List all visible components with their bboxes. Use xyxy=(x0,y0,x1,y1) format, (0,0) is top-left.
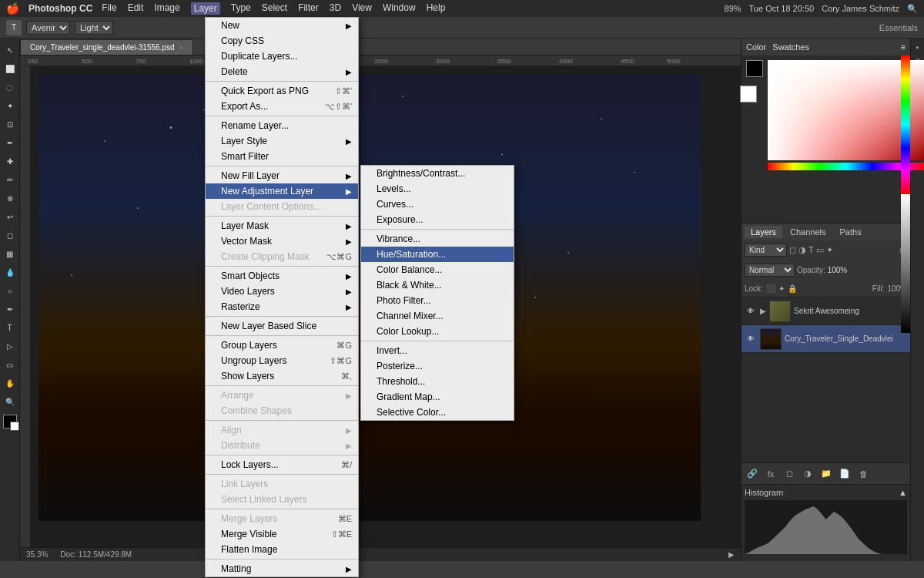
layer-item-2[interactable]: 👁 Cory_Traveler_Single_Deadvlei xyxy=(742,325,910,353)
lock-pos-icon[interactable]: ✦ xyxy=(778,284,785,293)
menu-copy-css[interactable]: Copy CSS xyxy=(206,33,358,49)
filter-shape-icon[interactable]: ▭ xyxy=(816,245,824,255)
font-style-select[interactable]: Light xyxy=(75,21,113,35)
zoom-tool[interactable]: 🔍 xyxy=(2,393,18,410)
menu-type[interactable]: Type xyxy=(231,2,251,15)
menu-new-fill[interactable]: New Fill Layer ▶ xyxy=(206,168,358,183)
menu-merge-visible[interactable]: Merge Visible ⇧⌘E xyxy=(206,526,358,542)
heal-tool[interactable]: ✚ xyxy=(2,153,18,170)
menu-select-linked[interactable]: Select Linked Layers xyxy=(206,492,358,507)
menu-rasterize[interactable]: Rasterize ▶ xyxy=(206,299,358,314)
add-mask-btn[interactable]: ◻ xyxy=(782,466,797,482)
layer-name-1[interactable]: Sekrit Awesomeing xyxy=(794,307,859,315)
adj-levels[interactable]: Levels... xyxy=(361,181,514,197)
menu-layer-style[interactable]: Layer Style ▶ xyxy=(206,133,358,149)
adj-vibrance[interactable]: Vibrance... xyxy=(361,231,514,247)
adj-threshold[interactable]: Threshold... xyxy=(361,374,514,389)
menu-delete[interactable]: Delete ▶ xyxy=(206,64,358,79)
menu-rename[interactable]: Rename Layer... xyxy=(206,118,358,133)
tab-layers[interactable]: Layers xyxy=(745,226,782,238)
opacity-value[interactable]: 100% xyxy=(828,266,848,274)
layer-name-2[interactable]: Cory_Traveler_Single_Deadvlei xyxy=(785,334,893,343)
blend-mode-select[interactable]: Normal xyxy=(745,264,795,277)
eyedropper-tool[interactable]: ✒ xyxy=(2,134,18,151)
menu-flatten[interactable]: Flatten Image xyxy=(206,542,358,557)
menu-video-layers[interactable]: Video Layers ▶ xyxy=(206,284,358,299)
filter-smart-icon[interactable]: ✦ xyxy=(826,245,833,255)
adj-exposure[interactable]: Exposure... xyxy=(361,212,514,227)
font-family-select[interactable]: Avenir xyxy=(26,21,70,35)
tab-paths[interactable]: Paths xyxy=(834,226,868,238)
adj-gradient-map[interactable]: Gradient Map... xyxy=(361,389,514,405)
dodge-tool[interactable]: ○ xyxy=(2,282,18,299)
select-tool[interactable]: ⬜ xyxy=(2,60,18,77)
menu-help[interactable]: Help xyxy=(427,2,446,15)
blur-tool[interactable]: 💧 xyxy=(2,264,18,281)
menu-ungroup[interactable]: Ungroup Layers ⇧⌘G xyxy=(206,353,358,368)
tab-channels[interactable]: Channels xyxy=(784,226,832,238)
swatches-tab[interactable]: Swatches xyxy=(772,42,809,52)
color-tab[interactable]: Color xyxy=(746,42,766,52)
panel-menu-icon[interactable]: ≡ xyxy=(901,42,906,52)
layer-item-1[interactable]: 👁 ▶ Sekrit Awesomeing xyxy=(742,297,910,325)
foreground-swatch[interactable] xyxy=(746,60,763,77)
adj-brightness[interactable]: Brightness/Contrast... xyxy=(361,166,514,181)
new-group-btn[interactable]: 📁 xyxy=(819,466,834,482)
new-layer-btn[interactable]: 📄 xyxy=(837,466,852,482)
type-tool[interactable]: T xyxy=(2,319,18,336)
doc-tab-active[interactable]: Cory_Traveler_single_deadvlei-31556.psd … xyxy=(20,39,193,55)
background-swatch[interactable] xyxy=(740,86,757,102)
alpha-strip[interactable] xyxy=(901,194,910,333)
move-tool[interactable]: ↖ xyxy=(2,42,18,59)
spotlight-icon[interactable]: 🔍 xyxy=(907,4,918,14)
background-color-swatch[interactable] xyxy=(10,422,19,431)
color-strip-btn[interactable]: ● xyxy=(912,42,923,52)
eraser-tool[interactable]: ◻ xyxy=(2,227,18,244)
menu-combine-shapes[interactable]: Combine Shapes xyxy=(206,403,358,418)
menu-image[interactable]: Image xyxy=(154,2,179,15)
new-adj-btn[interactable]: ◑ xyxy=(800,466,815,482)
menu-view[interactable]: View xyxy=(352,2,372,15)
path-select-tool[interactable]: ▷ xyxy=(2,338,18,355)
adj-photo-filter[interactable]: Photo Filter... xyxy=(361,293,514,308)
menu-select[interactable]: Select xyxy=(262,2,287,15)
brush-tool[interactable]: ✏ xyxy=(2,171,18,188)
menu-filter[interactable]: Filter xyxy=(298,2,319,15)
link-layers-btn[interactable]: 🔗 xyxy=(745,466,760,482)
doc-tab-close[interactable]: × xyxy=(179,44,183,52)
lock-pixels-icon[interactable]: ⬛ xyxy=(766,284,775,293)
layer-expand-1[interactable]: ▶ xyxy=(760,307,766,315)
magic-wand-tool[interactable]: ✦ xyxy=(2,97,18,114)
menu-clipping-mask[interactable]: Create Clipping Mask ⌥⌘G xyxy=(206,249,358,264)
menu-align[interactable]: Align ▶ xyxy=(206,422,358,438)
lock-all-icon[interactable]: 🔒 xyxy=(788,284,797,293)
layer-visibility-1[interactable]: 👁 xyxy=(745,305,757,318)
menu-matting[interactable]: Matting ▶ xyxy=(206,561,358,576)
adj-layer-submenu[interactable]: Brightness/Contrast... Levels... Curves.… xyxy=(360,165,514,421)
adj-channel-mixer[interactable]: Channel Mixer... xyxy=(361,308,514,324)
menu-layer[interactable]: Layer xyxy=(191,2,220,15)
layer-visibility-2[interactable]: 👁 xyxy=(745,333,757,345)
menu-duplicate[interactable]: Duplicate Layers... xyxy=(206,49,358,64)
menu-content-opts[interactable]: Layer Content Options... xyxy=(206,199,358,214)
shape-tool[interactable]: ▭ xyxy=(2,356,18,373)
menu-arrange[interactable]: Arrange ▶ xyxy=(206,388,358,403)
filter-type-icon[interactable]: T xyxy=(808,245,814,254)
crop-tool[interactable]: ⊡ xyxy=(2,116,18,133)
menu-group[interactable]: Group Layers ⌘G xyxy=(206,338,358,353)
adj-color-lookup[interactable]: Color Lookup... xyxy=(361,324,514,339)
color-strip[interactable] xyxy=(901,55,910,194)
layer-dropdown-menu[interactable]: New ▶ Copy CSS Duplicate Layers... Delet… xyxy=(205,17,359,577)
scroll-arrow[interactable]: ▶ xyxy=(728,550,735,559)
menu-quick-export[interactable]: Quick Export as PNG ⇧⌘' xyxy=(206,83,358,99)
adj-curves[interactable]: Curves... xyxy=(361,197,514,212)
menu-file[interactable]: File xyxy=(102,2,116,15)
menu-vector-mask[interactable]: Vector Mask ▶ xyxy=(206,234,358,249)
adj-bw[interactable]: Black & White... xyxy=(361,277,514,293)
layer-filter-kind[interactable]: Kind xyxy=(745,244,787,257)
adj-selective-color[interactable]: Selective Color... xyxy=(361,405,514,420)
menu-window[interactable]: Window xyxy=(383,2,416,15)
menu-lock-layers[interactable]: Lock Layers... ⌘/ xyxy=(206,457,358,472)
menu-edit[interactable]: Edit xyxy=(128,2,144,15)
menu-smart-objects[interactable]: Smart Objects ▶ xyxy=(206,268,358,284)
